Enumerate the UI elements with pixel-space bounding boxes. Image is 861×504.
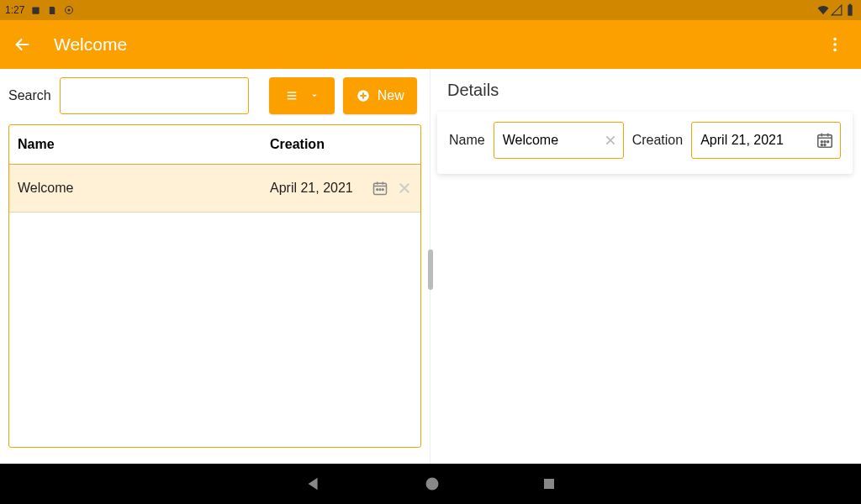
svg-rect-23 xyxy=(544,479,554,489)
svg-point-2 xyxy=(68,9,71,12)
clear-name-icon[interactable] xyxy=(604,134,617,147)
svg-point-13 xyxy=(377,189,378,191)
overflow-menu-button[interactable] xyxy=(821,30,849,59)
table-header: Name Creation xyxy=(9,125,420,165)
search-label: Search xyxy=(8,88,51,103)
name-field-label: Name xyxy=(449,133,485,148)
svg-rect-8 xyxy=(287,92,296,92)
svg-rect-9 xyxy=(287,95,296,96)
svg-rect-4 xyxy=(849,4,852,5)
svg-rect-3 xyxy=(848,5,852,16)
filter-menu-button[interactable] xyxy=(269,77,335,114)
svg-point-6 xyxy=(833,43,837,46)
nav-recent-button[interactable] xyxy=(541,476,557,491)
new-button-label: New xyxy=(378,88,404,103)
row-delete-icon[interactable] xyxy=(397,181,412,196)
column-header-creation[interactable]: Creation xyxy=(270,137,412,152)
app-bar: Welcome xyxy=(0,20,861,69)
svg-point-5 xyxy=(833,38,837,41)
svg-point-18 xyxy=(824,141,826,143)
battery-icon xyxy=(844,4,856,16)
nav-home-button[interactable] xyxy=(424,475,441,492)
cellular-icon xyxy=(831,4,843,16)
list-icon xyxy=(284,90,299,102)
page-title: Welcome xyxy=(54,34,821,55)
chevron-down-icon xyxy=(309,92,320,99)
wifi-icon xyxy=(817,4,829,16)
list-toolbar: Search New xyxy=(8,77,421,114)
plus-circle-icon xyxy=(356,88,371,103)
svg-point-20 xyxy=(821,144,822,146)
svg-point-7 xyxy=(833,49,837,52)
nav-back-button[interactable] xyxy=(304,475,323,493)
android-nav-bar xyxy=(0,464,861,504)
cell-creation: April 21, 2021 xyxy=(270,181,372,196)
items-table: Name Creation Welcome April 21, 2021 xyxy=(8,124,421,448)
svg-rect-10 xyxy=(287,98,296,99)
details-card: Name Creation April 21, 2021 xyxy=(437,112,853,174)
svg-point-17 xyxy=(821,141,822,143)
cell-name: Welcome xyxy=(18,181,270,196)
list-pane: Search New Name Creation Welcome April 2… xyxy=(0,69,430,464)
svg-point-15 xyxy=(383,189,384,191)
status-app-icon-1 xyxy=(29,4,41,16)
status-app-icon-3 xyxy=(63,4,75,16)
details-pane: Details Name Creation April 21, 2021 xyxy=(430,69,861,464)
status-app-icon-2 xyxy=(46,4,58,16)
creation-field-label: Creation xyxy=(632,133,683,148)
status-time: 1:27 xyxy=(5,4,24,16)
details-title: Details xyxy=(447,81,861,100)
android-status-bar: 1:27 xyxy=(0,0,861,20)
row-calendar-icon[interactable] xyxy=(372,180,388,197)
column-header-name[interactable]: Name xyxy=(18,137,270,152)
svg-point-14 xyxy=(379,189,381,191)
table-row[interactable]: Welcome April 21, 2021 xyxy=(9,165,420,213)
svg-rect-0 xyxy=(32,7,39,13)
svg-point-21 xyxy=(824,144,826,146)
calendar-picker-icon[interactable] xyxy=(816,131,834,150)
svg-point-19 xyxy=(827,141,829,143)
svg-point-22 xyxy=(426,478,439,491)
new-button[interactable]: New xyxy=(343,77,417,114)
pane-resize-handle[interactable] xyxy=(428,249,433,290)
back-button[interactable] xyxy=(12,30,44,59)
search-input[interactable] xyxy=(60,77,249,114)
